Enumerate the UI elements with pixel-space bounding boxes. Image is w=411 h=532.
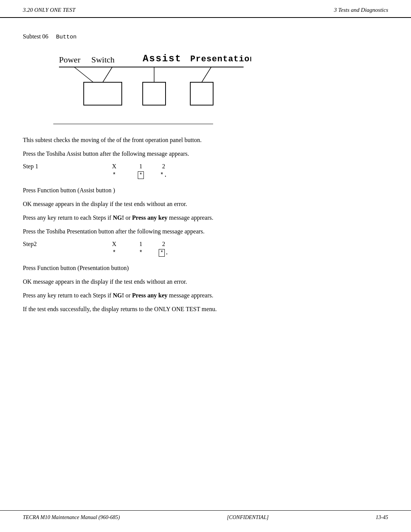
ast1-1: * — [129, 171, 152, 179]
para-5: Press any key return to each Steps if NG… — [23, 213, 388, 222]
step1-row: Step 1 X 1 2 — [23, 163, 388, 170]
page-footer: TECRA M10 Maintenance Manual (960-685) [… — [0, 510, 411, 524]
step2-col2: 2 — [152, 241, 175, 248]
subtest-label: Subtest 06 — [23, 33, 48, 40]
ast1-1-boxed: * — [138, 171, 144, 179]
svg-text:Presentation: Presentation — [190, 54, 251, 64]
para-9-mid: or — [124, 292, 132, 299]
para-3: Press Function button (Assist button ) — [23, 186, 388, 195]
footer-center: [CONFIDENTIAL] — [227, 514, 269, 521]
header-left: 3.20 ONLY ONE TEST — [23, 7, 75, 13]
svg-text:Switch: Switch — [91, 55, 115, 64]
footer-right: 13-45 — [376, 514, 388, 521]
subtest-line: Subtest 06 Button — [23, 33, 388, 40]
step2-asterisks: * * *. — [23, 249, 388, 257]
para-7: Press Function button (Presentation butt… — [23, 264, 388, 273]
step1-asterisks: * * *. — [23, 171, 388, 179]
para-9-end: message apprears. — [167, 292, 213, 299]
ast2-x: * — [99, 249, 129, 256]
para-5-start: Press any key return to each Steps if — [23, 214, 113, 221]
para-8: OK message appears in the display if the… — [23, 277, 388, 286]
para-5-mid: or — [124, 214, 132, 221]
step2-row: Step2 X 1 2 — [23, 241, 388, 248]
svg-text:Power: Power — [59, 55, 81, 64]
subtest-value: Button — [56, 34, 76, 40]
para-9-pak: Press any key — [132, 292, 167, 299]
page-container: 3.20 ONLY ONE TEST 3 Tests and Diagnosti… — [0, 0, 411, 532]
para-4: OK message appears in the display if the… — [23, 200, 388, 209]
svg-line-5 — [74, 67, 93, 82]
step1-col2: 2 — [152, 163, 175, 170]
ast2-1: * — [129, 249, 152, 256]
diagram-container: Power Switch Assist Presentation — [53, 48, 251, 124]
step1-label: Step 1 — [23, 163, 99, 170]
para-9-start: Press any key return to each Steps if — [23, 292, 113, 299]
step2-x: X — [99, 241, 129, 248]
step2-col1: 1 — [129, 241, 152, 248]
ast2-2: *. — [152, 249, 175, 257]
svg-line-8 — [202, 67, 211, 82]
step1-col1: 1 — [129, 163, 152, 170]
para-2: Press the Toshiba Assist button after th… — [23, 149, 388, 158]
para-1: This subtest checks the moving of the of… — [23, 136, 388, 145]
step2-label: Step2 — [23, 241, 99, 248]
step1-x: X — [99, 163, 129, 170]
svg-rect-9 — [84, 82, 122, 105]
para-6: Press the Toshiba Presentation button af… — [23, 227, 388, 236]
svg-line-6 — [103, 67, 112, 82]
ast2-2-boxed: * — [159, 249, 165, 257]
header-right: 3 Tests and Diagnostics — [334, 7, 388, 13]
ast2-2-dot: . — [165, 249, 169, 256]
para-10: If the test ends successfully, the displ… — [23, 305, 388, 314]
button-diagram: Power Switch Assist Presentation — [53, 48, 251, 115]
ast1-x: * — [99, 172, 129, 179]
page-header: 3.20 ONLY ONE TEST 3 Tests and Diagnosti… — [0, 0, 411, 18]
footer-left: TECRA M10 Maintenance Manual (960-685) — [23, 514, 120, 521]
para-5-ng: NG! — [113, 214, 124, 221]
para-9-ng: NG! — [113, 292, 124, 299]
main-content: Subtest 06 Button Power Switch Assist Pr… — [0, 18, 411, 341]
separator-line — [53, 124, 213, 124]
svg-text:Assist: Assist — [143, 53, 182, 64]
para-5-end: message apprears. — [167, 214, 213, 221]
svg-rect-10 — [143, 82, 166, 105]
para-5-pak: Press any key — [132, 214, 167, 221]
ast1-2: *. — [152, 172, 175, 179]
para-9: Press any key return to each Steps if NG… — [23, 291, 388, 300]
svg-rect-11 — [190, 82, 213, 105]
